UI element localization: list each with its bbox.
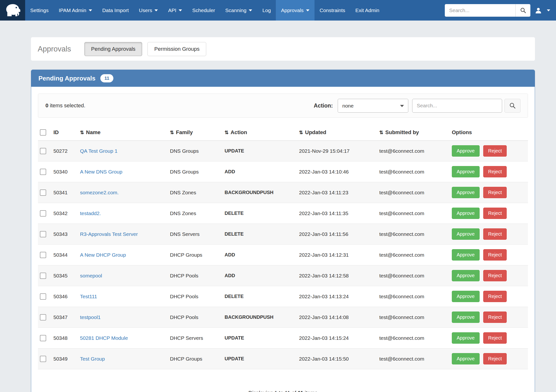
approve-button[interactable]: Approve bbox=[452, 166, 480, 177]
column-header-updated[interactable]: ⇅Updated bbox=[297, 124, 377, 141]
nav-item-approvals[interactable]: Approvals bbox=[276, 0, 314, 21]
action-select[interactable]: none bbox=[338, 99, 408, 113]
row-family: DHCP Groups bbox=[168, 348, 223, 369]
navbar-search-button[interactable] bbox=[515, 4, 530, 17]
user-menu[interactable] bbox=[535, 7, 550, 14]
reject-button[interactable]: Reject bbox=[483, 228, 507, 240]
nav-item-label: Exit Admin bbox=[355, 8, 379, 13]
table-header-row: ID ⇅Name ⇅Family ⇅Action ⇅Updated ⇅Submi… bbox=[38, 124, 528, 141]
column-header-name[interactable]: ⇅Name bbox=[78, 124, 168, 141]
row-action: DELETE bbox=[223, 224, 297, 245]
approve-button[interactable]: Approve bbox=[452, 187, 480, 198]
reject-button[interactable]: Reject bbox=[483, 270, 507, 281]
nav-item-api[interactable]: API bbox=[163, 0, 187, 21]
approve-button[interactable]: Approve bbox=[452, 228, 480, 240]
navbar-search bbox=[445, 4, 530, 17]
row-name-link[interactable]: testadd2. bbox=[80, 210, 101, 216]
reject-button[interactable]: Reject bbox=[483, 145, 507, 157]
row-name-link[interactable]: A New DNS Group bbox=[80, 169, 122, 175]
approvals-tabs-panel: Approvals Pending Approvals Permission G… bbox=[31, 37, 535, 61]
nav-item-label: API bbox=[168, 8, 176, 13]
nav-item-scanning[interactable]: Scanning bbox=[220, 0, 257, 21]
row-name-link[interactable]: R3-Approvals Test Server bbox=[80, 231, 138, 237]
approve-button[interactable]: Approve bbox=[452, 332, 480, 344]
row-name-link[interactable]: A New DHCP Group bbox=[80, 252, 126, 258]
row-checkbox[interactable] bbox=[40, 293, 46, 300]
row-submitted-by: test@6connect.com bbox=[377, 203, 450, 224]
table-row: 50345 somepool DHCP Pools ADD 2022-Jan-0… bbox=[38, 265, 528, 286]
row-family: DNS Servers bbox=[168, 224, 223, 245]
reject-button[interactable]: Reject bbox=[483, 249, 507, 261]
approve-button[interactable]: Approve bbox=[452, 353, 480, 364]
row-name-link[interactable]: QA Test Group 1 bbox=[80, 148, 117, 154]
table-search-input[interactable] bbox=[412, 99, 502, 113]
search-icon bbox=[509, 102, 516, 109]
column-header-submitted-by[interactable]: ⇅Submitted by bbox=[377, 124, 450, 141]
row-updated: 2022-Jan-03 14:15:24 bbox=[297, 328, 377, 348]
approve-button[interactable]: Approve bbox=[452, 291, 480, 302]
nav-item-constraints[interactable]: Constraints bbox=[315, 0, 350, 21]
reject-button[interactable]: Reject bbox=[483, 187, 507, 198]
tab-pending-approvals[interactable]: Pending Approvals bbox=[84, 42, 142, 56]
reject-button[interactable]: Reject bbox=[483, 353, 507, 364]
row-name-link[interactable]: Test111 bbox=[80, 294, 97, 299]
row-action: UPDATE bbox=[223, 328, 297, 348]
row-checkbox[interactable] bbox=[40, 273, 46, 279]
nav-item-log[interactable]: Log bbox=[257, 0, 276, 21]
column-header-action[interactable]: ⇅Action bbox=[223, 124, 297, 141]
row-checkbox[interactable] bbox=[40, 231, 46, 237]
row-id: 50349 bbox=[52, 348, 78, 369]
row-name-link[interactable]: somepool bbox=[80, 273, 102, 278]
row-updated: 2022-Jan-03 14:11:23 bbox=[297, 182, 377, 203]
row-checkbox[interactable] bbox=[40, 356, 46, 362]
approve-button[interactable]: Approve bbox=[452, 270, 480, 281]
reject-button[interactable]: Reject bbox=[483, 291, 507, 302]
table-search-button[interactable] bbox=[504, 99, 520, 113]
row-name-link[interactable]: testpool1 bbox=[80, 315, 100, 320]
row-family: DNS Groups bbox=[168, 161, 223, 182]
nav-item-ipam-admin[interactable]: IPAM Admin bbox=[54, 0, 97, 21]
row-name-link[interactable]: 50281 DHCP Module bbox=[80, 335, 128, 341]
row-name-link[interactable]: somezone2.com. bbox=[80, 190, 119, 195]
row-checkbox[interactable] bbox=[40, 252, 46, 258]
row-checkbox[interactable] bbox=[40, 190, 46, 196]
row-action: ADD bbox=[223, 245, 297, 265]
nav-item-users[interactable]: Users bbox=[134, 0, 163, 21]
table-pagination-summary: Displaying 1 to 11 of 11 items bbox=[38, 390, 528, 392]
row-submitted-by: test@6connect.com bbox=[377, 265, 450, 286]
row-checkbox[interactable] bbox=[40, 169, 46, 175]
reject-button[interactable]: Reject bbox=[483, 332, 507, 344]
row-checkbox[interactable] bbox=[40, 314, 46, 321]
column-header-family[interactable]: ⇅Family bbox=[168, 124, 223, 141]
nav-item-exit-admin[interactable]: Exit Admin bbox=[350, 0, 384, 21]
table-search bbox=[412, 99, 520, 113]
table-row: 50343 R3-Approvals Test Server DNS Serve… bbox=[38, 224, 528, 245]
approve-button[interactable]: Approve bbox=[452, 249, 480, 261]
search-icon bbox=[520, 7, 526, 14]
row-checkbox[interactable] bbox=[40, 148, 46, 154]
row-action: UPDATE bbox=[223, 141, 297, 161]
select-all-checkbox[interactable] bbox=[40, 129, 46, 136]
reject-button[interactable]: Reject bbox=[483, 312, 507, 323]
row-action: BACKGROUNDPUSH bbox=[223, 182, 297, 203]
nav-item-scheduler[interactable]: Scheduler bbox=[187, 0, 220, 21]
tab-permission-groups[interactable]: Permission Groups bbox=[147, 42, 206, 56]
app-logo[interactable] bbox=[0, 0, 25, 21]
reject-button[interactable]: Reject bbox=[483, 208, 507, 219]
approve-button[interactable]: Approve bbox=[452, 312, 480, 323]
sort-icon: ⇅ bbox=[299, 130, 303, 135]
chevron-down-icon bbox=[154, 9, 158, 11]
navbar-search-input[interactable] bbox=[445, 4, 515, 17]
approve-button[interactable]: Approve bbox=[452, 145, 480, 157]
row-id: 50341 bbox=[52, 182, 78, 203]
page-title: Approvals bbox=[38, 45, 71, 54]
pending-approvals-table: ID ⇅Name ⇅Family ⇅Action ⇅Updated ⇅Submi… bbox=[38, 124, 528, 369]
nav-item-data-import[interactable]: Data Import bbox=[97, 0, 134, 21]
row-name-link[interactable]: Test Group bbox=[80, 356, 105, 361]
nav-item-label: Settings bbox=[30, 8, 49, 13]
nav-item-settings[interactable]: Settings bbox=[25, 0, 54, 21]
reject-button[interactable]: Reject bbox=[483, 166, 507, 177]
approve-button[interactable]: Approve bbox=[452, 208, 480, 219]
row-checkbox[interactable] bbox=[40, 335, 46, 341]
row-checkbox[interactable] bbox=[40, 210, 46, 216]
